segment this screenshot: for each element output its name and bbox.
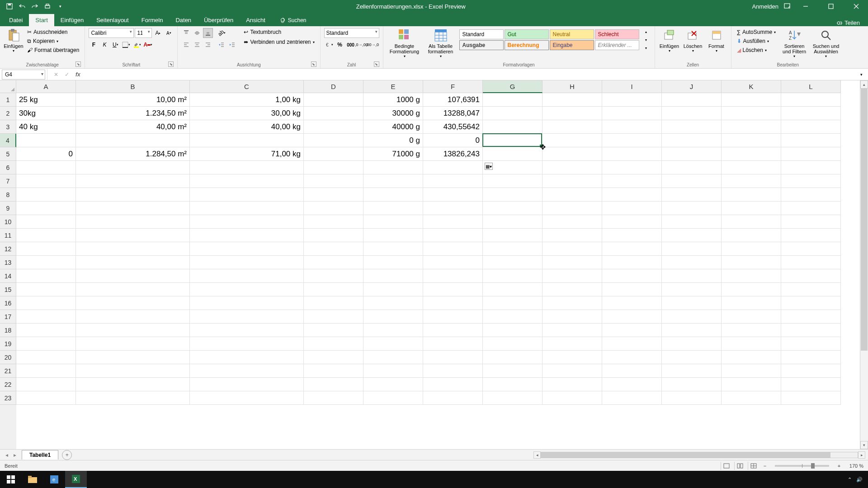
- cell-B22[interactable]: [76, 378, 190, 391]
- cell-C14[interactable]: [190, 269, 304, 283]
- cell-A17[interactable]: [16, 310, 76, 324]
- cell-L14[interactable]: [781, 269, 841, 283]
- cell-J21[interactable]: [662, 364, 722, 378]
- cell-K6[interactable]: [722, 161, 781, 174]
- cell-J17[interactable]: [662, 310, 722, 324]
- cell-D12[interactable]: [304, 242, 363, 256]
- scroll-left-icon[interactable]: ◂: [533, 451, 541, 459]
- tab-formeln[interactable]: Formeln: [135, 14, 170, 26]
- cell-A22[interactable]: [16, 378, 76, 391]
- cell-B13[interactable]: [76, 256, 190, 269]
- cell-A5[interactable]: 0: [16, 147, 76, 161]
- paste-button[interactable]: Einfügen ▾: [4, 28, 24, 53]
- styles-scroll-up[interactable]: ▴: [641, 28, 651, 35]
- cell-C15[interactable]: [190, 283, 304, 296]
- column-header-G[interactable]: G: [483, 80, 542, 93]
- cell-B16[interactable]: [76, 296, 190, 310]
- comma-format-icon[interactable]: 000: [346, 40, 356, 50]
- cell-J1[interactable]: [662, 93, 722, 107]
- cell-style-standard[interactable]: Standard: [459, 29, 504, 39]
- cell-J23[interactable]: [662, 391, 722, 405]
- cell-F19[interactable]: [423, 337, 483, 351]
- minimize-button[interactable]: [796, 0, 816, 13]
- cell-B18[interactable]: [76, 324, 190, 337]
- tab-einfügen[interactable]: Einfügen: [54, 14, 90, 26]
- enter-formula-icon[interactable]: ✓: [62, 70, 72, 80]
- cell-E18[interactable]: [363, 324, 423, 337]
- taskbar-browser-icon[interactable]: e: [43, 471, 65, 488]
- row-header-12[interactable]: 12: [0, 242, 16, 256]
- cell-A11[interactable]: [16, 229, 76, 242]
- cell-I6[interactable]: [602, 161, 662, 174]
- cell-G11[interactable]: [483, 229, 542, 242]
- taskbar-excel-icon[interactable]: X: [65, 471, 87, 488]
- cell-F7[interactable]: [423, 174, 483, 188]
- cell-J13[interactable]: [662, 256, 722, 269]
- cell-J20[interactable]: [662, 351, 722, 364]
- cell-K8[interactable]: [722, 188, 781, 202]
- row-header-5[interactable]: 5: [0, 147, 16, 161]
- cell-E20[interactable]: [363, 351, 423, 364]
- name-box[interactable]: [2, 70, 45, 80]
- align-bottom-icon[interactable]: [203, 28, 213, 38]
- cell-F15[interactable]: [423, 283, 483, 296]
- decrease-font-icon[interactable]: A▾: [164, 28, 174, 38]
- cell-C13[interactable]: [190, 256, 304, 269]
- cell-K4[interactable]: [722, 134, 781, 147]
- align-top-icon[interactable]: [181, 28, 191, 38]
- cell-E15[interactable]: [363, 283, 423, 296]
- row-header-7[interactable]: 7: [0, 174, 16, 188]
- cell-D16[interactable]: [304, 296, 363, 310]
- column-header-I[interactable]: I: [602, 80, 662, 93]
- cell-D15[interactable]: [304, 283, 363, 296]
- font-color-button[interactable]: A▾: [143, 40, 153, 50]
- cell-D7[interactable]: [304, 174, 363, 188]
- cell-J12[interactable]: [662, 242, 722, 256]
- cell-L16[interactable]: [781, 296, 841, 310]
- cell-L6[interactable]: [781, 161, 841, 174]
- cell-E22[interactable]: [363, 378, 423, 391]
- cell-C16[interactable]: [190, 296, 304, 310]
- cell-J7[interactable]: [662, 174, 722, 188]
- cell-L5[interactable]: [781, 147, 841, 161]
- close-button[interactable]: [846, 0, 866, 13]
- cell-G1[interactable]: [483, 93, 542, 107]
- tray-volume-icon[interactable]: 🔊: [856, 477, 863, 483]
- cell-H7[interactable]: [542, 174, 602, 188]
- cell-K19[interactable]: [722, 337, 781, 351]
- start-button[interactable]: [0, 471, 22, 488]
- cell-K1[interactable]: [722, 93, 781, 107]
- scroll-down-icon[interactable]: ▾: [860, 441, 868, 449]
- tab-daten[interactable]: Daten: [169, 14, 198, 26]
- cell-F21[interactable]: [423, 364, 483, 378]
- cell-E21[interactable]: [363, 364, 423, 378]
- number-dialog-launcher[interactable]: ⬊: [374, 61, 379, 67]
- cell-L9[interactable]: [781, 202, 841, 215]
- cell-J9[interactable]: [662, 202, 722, 215]
- increase-indent-icon[interactable]: [227, 40, 237, 50]
- cell-A16[interactable]: [16, 296, 76, 310]
- row-header-4[interactable]: 4: [0, 134, 16, 147]
- cell-F13[interactable]: [423, 256, 483, 269]
- cell-D11[interactable]: [304, 229, 363, 242]
- cell-B12[interactable]: [76, 242, 190, 256]
- fill-button[interactable]: ⬇Ausfüllen ▾: [735, 37, 778, 45]
- find-select-button[interactable]: Suchen und Auswählen▾: [811, 28, 841, 58]
- cell-G22[interactable]: [483, 378, 542, 391]
- cell-D21[interactable]: [304, 364, 363, 378]
- cell-H2[interactable]: [542, 107, 602, 120]
- cell-A9[interactable]: [16, 202, 76, 215]
- column-header-J[interactable]: J: [662, 80, 722, 93]
- cell-H21[interactable]: [542, 364, 602, 378]
- cell-K2[interactable]: [722, 107, 781, 120]
- expand-formula-bar-icon[interactable]: ▾: [856, 70, 866, 80]
- cell-A20[interactable]: [16, 351, 76, 364]
- cell-A3[interactable]: 40 kg: [16, 120, 76, 134]
- cell-C22[interactable]: [190, 378, 304, 391]
- styles-more[interactable]: ▾: [641, 44, 651, 52]
- zoom-in-button[interactable]: +: [835, 461, 843, 471]
- cell-G15[interactable]: [483, 283, 542, 296]
- cell-C17[interactable]: [190, 310, 304, 324]
- cell-E23[interactable]: [363, 391, 423, 405]
- cell-L7[interactable]: [781, 174, 841, 188]
